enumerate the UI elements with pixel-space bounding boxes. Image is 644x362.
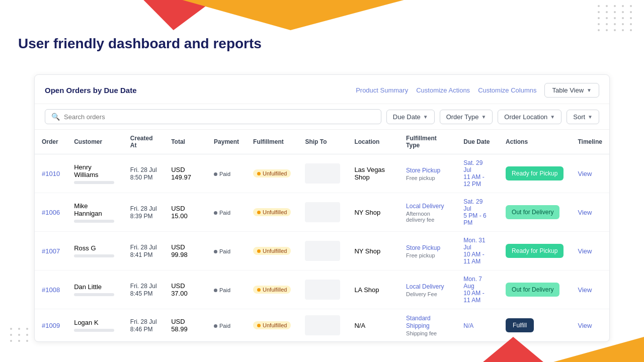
cell-location: NY Shop (347, 232, 399, 270)
paid-dot (214, 172, 217, 176)
customize-actions-link[interactable]: Customize Actions (416, 86, 470, 94)
customer-name: Mike Hannigan (74, 202, 102, 217)
cell-fulfillment: Unfulfilled (246, 232, 298, 270)
cell-order: #1008 (35, 270, 67, 309)
due-date-link[interactable]: N/A (463, 322, 473, 329)
due-date-link[interactable]: Mon. 31 Jul10 AM - 11 AM (463, 237, 492, 265)
cell-customer: Logan K (67, 309, 123, 342)
sort-button[interactable]: Sort ▼ (567, 110, 599, 124)
col-total: Total (164, 130, 207, 154)
cell-order: #1007 (35, 232, 67, 270)
fulfillment-type-link[interactable]: Local Delivery (406, 203, 444, 210)
payment-badge: Paid (214, 171, 230, 177)
action-button[interactable]: Fulfill (506, 318, 534, 332)
cell-customer: Dan Little (67, 270, 123, 309)
due-date-chevron-icon: ▼ (423, 114, 428, 120)
action-button[interactable]: Out for Delivery (506, 283, 559, 297)
fulfillment-badge: Unfulfilled (253, 247, 291, 255)
fulfillment-sub: Delivery Fee (406, 291, 449, 297)
cell-payment: Paid (207, 193, 246, 232)
table-body: #1010 Henry Williams Fri. 28 Jul8:50 PM … (35, 154, 609, 342)
order-link[interactable]: #1009 (42, 322, 60, 329)
view-link[interactable]: View (578, 209, 592, 216)
cell-actions: Fulfill (499, 309, 571, 342)
view-link[interactable]: View (578, 322, 592, 329)
order-link[interactable]: #1007 (42, 247, 60, 255)
search-box[interactable]: 🔍 (45, 109, 381, 124)
fulfillment-badge: Unfulfilled (253, 208, 291, 216)
due-date-link[interactable]: Sat. 29 Jul5 PM - 6 PM (463, 198, 492, 226)
dots-bottom-left (10, 328, 30, 342)
cell-created-at: Fri. 28 Jul8:50 PM (123, 154, 164, 193)
order-link[interactable]: #1010 (42, 170, 60, 177)
view-link[interactable]: View (578, 286, 592, 294)
due-date-filter[interactable]: Due Date ▼ (386, 110, 435, 124)
orders-table: Order Customer Created At Total Payment … (35, 130, 609, 341)
cell-ship-to (298, 232, 347, 270)
cell-due-date: Sat. 29 Jul11 AM - 12 PM (456, 154, 499, 193)
product-summary-link[interactable]: Product Summary (356, 86, 408, 94)
unfulfilled-dot (257, 172, 261, 175)
col-actions: Actions (499, 130, 571, 154)
view-link[interactable]: View (578, 247, 592, 255)
due-date-link[interactable]: Sat. 29 Jul11 AM - 12 PM (463, 159, 492, 188)
fulfillment-type-link[interactable]: Store Pickup (406, 167, 440, 174)
cell-timeline: View (571, 232, 609, 270)
cell-actions: Out for Delivery (499, 193, 571, 232)
cell-due-date: Sat. 29 Jul5 PM - 6 PM (456, 193, 499, 232)
payment-badge: Paid (214, 210, 230, 216)
cell-fulfillment-type: Local Delivery Delivery Fee (399, 270, 456, 309)
dots-top-right (598, 5, 634, 31)
fulfillment-type-link[interactable]: Standard Shipping (406, 315, 431, 329)
col-location: Location (347, 130, 399, 154)
search-input[interactable] (64, 113, 375, 121)
unfulfilled-dot (257, 211, 261, 214)
customer-name: Ross G (74, 244, 96, 252)
fulfillment-type-link[interactable]: Local Delivery (406, 283, 444, 290)
fulfillment-type-link[interactable]: Store Pickup (406, 244, 440, 251)
col-payment: Payment (207, 130, 246, 154)
page-title: User friendly dashboard and reports (18, 35, 262, 52)
order-link[interactable]: #1008 (42, 286, 60, 294)
cell-total: USD 15.00 (164, 193, 207, 232)
customer-sub (74, 254, 114, 257)
table-row: #1007 Ross G Fri. 28 Jul8:41 PM USD 99.9… (35, 232, 609, 270)
cell-location: NY Shop (347, 193, 399, 232)
cell-payment: Paid (207, 309, 246, 342)
table-view-chevron-icon: ▼ (587, 87, 592, 93)
cell-fulfillment: Unfulfilled (246, 309, 298, 342)
due-date-link[interactable]: Mon. 7 Aug10 AM - 11 AM (463, 276, 492, 304)
cell-created-at: Fri. 28 Jul8:39 PM (123, 193, 164, 232)
table-view-label: Table View (552, 86, 584, 94)
cell-customer: Mike Hannigan (67, 193, 123, 232)
cell-created-at: Fri. 28 Jul8:46 PM (123, 309, 164, 342)
action-button[interactable]: Ready for Pickup (506, 166, 564, 180)
cell-fulfillment-type: Standard Shipping Shipping fee (399, 309, 456, 342)
order-location-chevron-icon: ▼ (550, 114, 555, 120)
cell-ship-to (298, 154, 347, 193)
order-location-filter[interactable]: Order Location ▼ (498, 110, 561, 124)
action-button[interactable]: Ready for Pickup (506, 244, 564, 258)
col-customer: Customer (67, 130, 123, 154)
view-link[interactable]: View (578, 170, 592, 177)
cell-timeline: View (571, 270, 609, 309)
table-view-button[interactable]: Table View ▼ (544, 83, 599, 98)
cell-fulfillment-type: Store Pickup Free pickup (399, 154, 456, 193)
paid-dot (214, 324, 217, 328)
cell-due-date: Mon. 31 Jul10 AM - 11 AM (456, 232, 499, 270)
unfulfilled-dot (257, 249, 261, 253)
col-created-at: Created At (123, 130, 164, 154)
fulfillment-badge: Unfulfilled (253, 321, 291, 329)
cell-fulfillment-type: Local Delivery Afternoon delivery fee (399, 193, 456, 232)
customize-columns-link[interactable]: Customize Columns (478, 86, 536, 94)
customer-name: Dan Little (74, 283, 102, 291)
col-ship-to: Ship To (298, 130, 347, 154)
order-type-filter[interactable]: Order Type ▼ (440, 110, 493, 124)
cell-total: USD 37.00 (164, 270, 207, 309)
ship-placeholder (305, 202, 340, 222)
order-link[interactable]: #1006 (42, 209, 60, 216)
orders-card: Open Orders by Due Date Product Summary … (34, 74, 610, 342)
order-location-label: Order Location (504, 113, 547, 121)
action-button[interactable]: Out for Delivery (506, 205, 559, 219)
sort-chevron-icon: ▼ (588, 114, 593, 120)
